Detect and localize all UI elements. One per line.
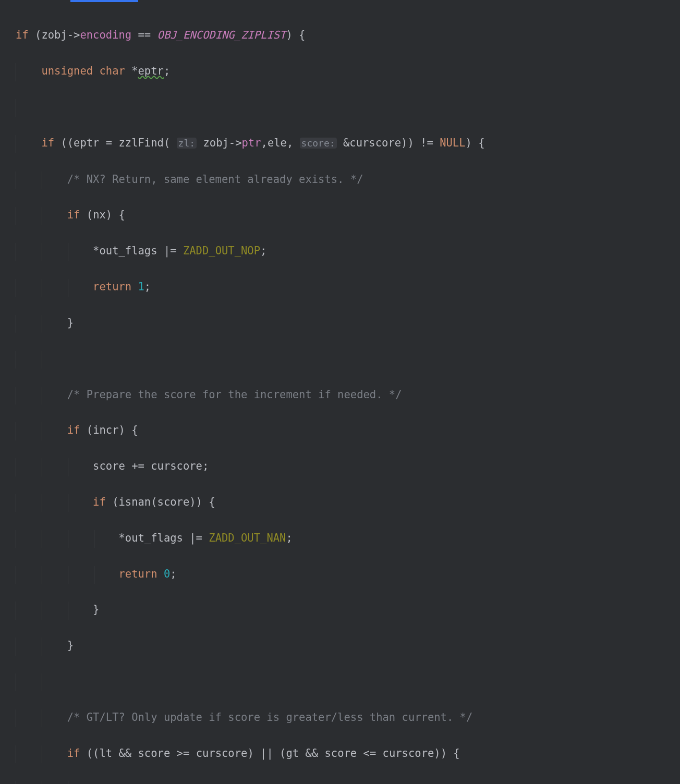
code-line: *out_flags |= ZADD_OUT_NOP; [16, 780, 680, 784]
code-line [16, 98, 680, 116]
param-hint: score: [300, 138, 337, 149]
keyword-if: if [16, 29, 29, 41]
comment: /* Prepare the score for the increment i… [67, 388, 402, 401]
code-line: score += curscore; [16, 457, 680, 475]
param-hint: zl: [177, 138, 197, 149]
code-line: *out_flags |= ZADD_OUT_NAN; [16, 529, 680, 547]
code-line: } [16, 636, 680, 654]
comment: /* NX? Return, same element already exis… [67, 173, 363, 186]
code-line: if (isnan(score)) { [16, 493, 680, 511]
code-line: } [16, 314, 680, 332]
code-line [16, 350, 680, 368]
comment: /* GT/LT? Only update if score is greate… [67, 711, 473, 724]
code-line: if (nx) { [16, 206, 680, 224]
code-line: if ((eptr = zzlFind( zl: zobj->ptr,ele, … [16, 134, 680, 152]
code-line: if ((lt && score >= curscore) || (gt && … [16, 744, 680, 762]
code-editor[interactable]: if (zobj->encoding == OBJ_ENCODING_ZIPLI… [0, 0, 680, 784]
code-line: return 1; [16, 278, 680, 296]
code-line: unsigned char *eptr; [16, 62, 680, 80]
code-line: if (zobj->encoding == OBJ_ENCODING_ZIPLI… [16, 26, 680, 44]
code-line: /* GT/LT? Only update if score is greate… [16, 708, 680, 726]
code-line: } [16, 601, 680, 618]
code-line [16, 672, 680, 690]
code-line: if (incr) { [16, 421, 680, 439]
code-line: /* NX? Return, same element already exis… [16, 170, 680, 188]
code-line: /* Prepare the score for the increment i… [16, 386, 680, 403]
code-line: *out_flags |= ZADD_OUT_NOP; [16, 242, 680, 260]
code-line: return 0; [16, 565, 680, 583]
